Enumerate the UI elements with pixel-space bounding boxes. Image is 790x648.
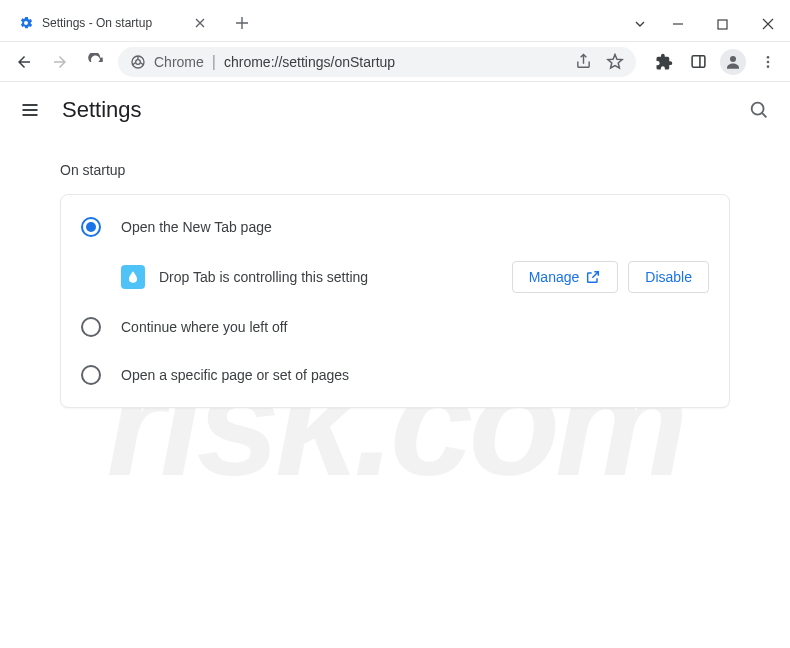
side-panel-icon[interactable]: [686, 50, 710, 74]
svg-rect-3: [692, 56, 705, 67]
window-controls: [625, 6, 790, 42]
chrome-icon: [130, 54, 146, 70]
hamburger-menu-icon[interactable]: [20, 100, 44, 120]
settings-header: Settings: [0, 82, 790, 138]
kebab-menu-icon[interactable]: [756, 50, 780, 74]
url-prefix: Chrome: [154, 54, 204, 70]
svg-point-5: [767, 56, 770, 59]
section-title: On startup: [60, 162, 730, 178]
radio-unselected[interactable]: [81, 317, 101, 337]
star-icon[interactable]: [606, 53, 624, 71]
option-label: Open a specific page or set of pages: [121, 367, 349, 383]
disable-button[interactable]: Disable: [628, 261, 709, 293]
profile-avatar[interactable]: [720, 49, 746, 75]
share-icon[interactable]: [575, 53, 592, 70]
svg-point-8: [752, 103, 764, 115]
radio-unselected[interactable]: [81, 365, 101, 385]
url-path: chrome://settings/onStartup: [224, 54, 395, 70]
page-title: Settings: [62, 97, 142, 123]
startup-card: Open the New Tab page Drop Tab is contro…: [60, 194, 730, 408]
tab-title: Settings - On startup: [42, 16, 184, 30]
extension-notice: Drop Tab is controlling this setting Man…: [61, 251, 729, 303]
option-new-tab[interactable]: Open the New Tab page: [61, 203, 729, 251]
svg-point-2: [136, 59, 141, 64]
svg-point-7: [767, 65, 770, 68]
browser-tab[interactable]: Settings - On startup: [8, 6, 218, 40]
close-icon[interactable]: [192, 15, 208, 31]
svg-point-4: [730, 56, 736, 62]
maximize-button[interactable]: [700, 6, 745, 42]
chevron-down-icon[interactable]: [625, 6, 655, 42]
minimize-button[interactable]: [655, 6, 700, 42]
new-tab-button[interactable]: [228, 9, 256, 37]
svg-rect-0: [718, 20, 727, 29]
option-continue[interactable]: Continue where you left off: [61, 303, 729, 351]
gear-icon: [18, 15, 34, 31]
window-close-button[interactable]: [745, 6, 790, 42]
option-specific[interactable]: Open a specific page or set of pages: [61, 351, 729, 399]
browser-toolbar: Chrome | chrome://settings/onStartup: [0, 42, 790, 82]
drop-icon: [121, 265, 145, 289]
settings-content: On startup Open the New Tab page Drop Ta…: [0, 138, 790, 432]
option-label: Open the New Tab page: [121, 219, 272, 235]
svg-point-6: [767, 60, 770, 63]
reload-button[interactable]: [82, 48, 110, 76]
url-divider: |: [212, 53, 216, 71]
open-external-icon: [585, 269, 601, 285]
address-bar[interactable]: Chrome | chrome://settings/onStartup: [118, 47, 636, 77]
browser-titlebar: Settings - On startup: [0, 0, 790, 42]
radio-selected[interactable]: [81, 217, 101, 237]
forward-button: [46, 48, 74, 76]
manage-button[interactable]: Manage: [512, 261, 619, 293]
option-label: Continue where you left off: [121, 319, 287, 335]
extensions-icon[interactable]: [652, 50, 676, 74]
extension-message: Drop Tab is controlling this setting: [159, 269, 498, 285]
back-button[interactable]: [10, 48, 38, 76]
search-icon[interactable]: [748, 99, 770, 121]
